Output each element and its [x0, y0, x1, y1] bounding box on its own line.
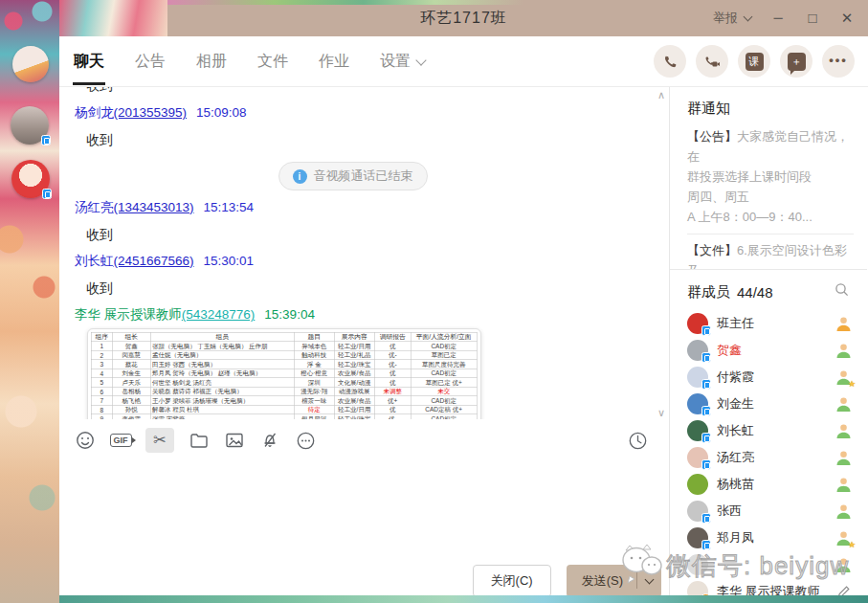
- tab-6[interactable]: 设置: [379, 38, 426, 85]
- sender-name[interactable]: 刘长虹: [75, 253, 114, 270]
- recent-chat-avatar[interactable]: [12, 46, 49, 82]
- tab-label: 相册: [196, 52, 227, 72]
- report-button[interactable]: 举报: [713, 10, 751, 27]
- member-name: 杨桃苗: [717, 476, 754, 493]
- member-avatar: [687, 367, 708, 388]
- gif-icon[interactable]: GIF: [110, 430, 131, 451]
- screenshot-icon[interactable]: ✂: [145, 428, 174, 453]
- chevron-down-icon: [744, 12, 753, 22]
- members-count: 44/48: [737, 284, 773, 301]
- tab-5[interactable]: 作业: [318, 38, 350, 85]
- image-message[interactable]: 组序组长组员题目展示内容调研报告平面/人流分析/立面1贺鑫张甜（无电脑） 丁玉娟…: [87, 328, 481, 419]
- group-notice-panel[interactable]: 群通知 【公告】大家感觉自己情况，在群投票选择上课时间段周四、周五A 上午8：0…: [670, 87, 867, 270]
- emoji-icon[interactable]: [75, 430, 96, 451]
- member-name: 汤红亮: [717, 449, 754, 466]
- minimize-button[interactable]: ─: [770, 11, 786, 26]
- report-label: 举报: [713, 10, 738, 27]
- recent-chat-avatar[interactable]: [11, 160, 50, 198]
- search-members-button[interactable]: [835, 282, 850, 302]
- notice-text: A 上午8：00—9：40...: [687, 210, 812, 224]
- background-app-strip: [0, 0, 59, 603]
- tab-3[interactable]: 相册: [195, 38, 228, 85]
- member-row[interactable]: 刘金生: [687, 391, 854, 417]
- more-tools-icon[interactable]: [295, 430, 316, 451]
- sender-uid-link[interactable]: (201355395): [114, 105, 188, 120]
- close-button[interactable]: ✕: [839, 11, 855, 26]
- message-sender: 汤红亮(1343453013)15:13:54: [75, 199, 669, 216]
- tab-4[interactable]: 文件: [256, 38, 289, 85]
- system-message: i音视频通话已结束: [75, 162, 631, 190]
- member-level-icon: [835, 316, 852, 332]
- member-name: 贺鑫: [717, 342, 742, 359]
- skin-art-strip: [167, 0, 523, 5]
- member-row[interactable]: 刘长虹: [687, 417, 854, 444]
- collapse-down-icon[interactable]: ∨: [657, 408, 665, 418]
- member-level-icon: [835, 557, 852, 573]
- chevron-down-icon: [415, 55, 426, 65]
- class-button[interactable]: 课: [738, 45, 770, 78]
- member-row[interactable]: 贺鑫: [687, 337, 854, 364]
- message-history-icon[interactable]: [627, 430, 648, 451]
- member-row[interactable]: [687, 551, 854, 578]
- member-avatar: [687, 527, 708, 548]
- member-level-icon: ★: [835, 369, 852, 386]
- notice-text: 群投票选择上课时间段: [687, 169, 812, 184]
- voice-call-button[interactable]: [654, 45, 686, 78]
- folder-icon[interactable]: [189, 430, 210, 451]
- call-ended-pill: i音视频通话已结束: [278, 162, 428, 190]
- sender-uid-link[interactable]: (1343453013): [114, 200, 194, 214]
- member-name: 班主任: [717, 315, 754, 332]
- collapse-up-icon[interactable]: ∧: [657, 90, 665, 100]
- video-call-button[interactable]: [696, 45, 728, 78]
- member-row[interactable]: 付紫霞★: [687, 364, 854, 391]
- more-button[interactable]: •••: [822, 45, 855, 78]
- members-title: 群成员: [687, 283, 730, 302]
- member-row[interactable]: 郑月凤★: [687, 525, 854, 551]
- sender-name[interactable]: 李华 展示授课教师: [75, 306, 182, 324]
- member-row[interactable]: 杨桃苗: [687, 471, 854, 498]
- member-level-icon: [835, 423, 852, 439]
- star-icon: ★: [848, 540, 856, 549]
- group-notice-title: 群通知: [687, 100, 854, 118]
- message-time: 15:13:54: [204, 200, 255, 214]
- member-level-icon: ★: [835, 530, 852, 547]
- titlebar[interactable]: 环艺1717班 举报 ─ □ ✕: [59, 0, 868, 36]
- send-button[interactable]: 发送(S): [567, 565, 661, 597]
- member-level-icon: [835, 503, 852, 520]
- message-text: 收到: [86, 280, 669, 298]
- chat-window: 环艺1717班 举报 ─ □ ✕ 聊天公告相册文件作业设置 课 ＋ •••: [59, 0, 868, 603]
- pill-text: 音视频通话已结束: [314, 168, 413, 185]
- tab-2[interactable]: 公告: [134, 38, 167, 85]
- message-list[interactable]: 收到 杨剑龙(201355395)15:09:08收到i音视频通话已结束汤红亮(…: [59, 87, 669, 419]
- sender-uid-link[interactable]: (543248776): [182, 307, 256, 322]
- member-level-icon: [835, 396, 852, 413]
- sender-uid-link[interactable]: (2451667566): [114, 254, 194, 268]
- send-options-button[interactable]: [637, 579, 661, 583]
- tab-label: 聊天: [74, 52, 104, 72]
- image-icon[interactable]: [224, 430, 245, 451]
- shake-icon[interactable]: [259, 430, 280, 451]
- member-row[interactable]: 班主任: [687, 310, 854, 337]
- tab-label: 公告: [135, 52, 166, 72]
- recent-chat-avatar[interactable]: [11, 106, 49, 145]
- message-input[interactable]: [59, 461, 669, 558]
- tab-1[interactable]: 聊天: [73, 38, 105, 85]
- sender-name[interactable]: 杨剑龙: [75, 104, 114, 122]
- group-post-button[interactable]: ＋: [780, 45, 812, 78]
- notice-line: 周四、周五: [687, 187, 854, 207]
- sender-name[interactable]: 汤红亮: [75, 199, 114, 216]
- member-row[interactable]: 汤红亮: [687, 444, 854, 471]
- group-members-panel: 群成员 44/48 班主任贺鑫付紫霞★刘金生刘长虹汤红亮杨桃苗张西郑月凤★李华 …: [670, 270, 867, 603]
- message-time: 15:39:04: [264, 307, 315, 322]
- group-sidebar: 群通知 【公告】大家感觉自己情况，在群投票选择上课时间段周四、周五A 上午8：0…: [669, 87, 867, 603]
- message-sender: 李华 展示授课教师(543248776)15:39:04: [75, 306, 669, 324]
- member-avatar: [687, 393, 708, 414]
- background-window-edge: [59, 595, 868, 603]
- member-row[interactable]: 张西: [687, 498, 854, 525]
- message-time: 15:30:01: [204, 254, 255, 268]
- maximize-button[interactable]: □: [805, 11, 820, 26]
- send-label: 发送(S): [567, 565, 636, 597]
- member-avatar: [687, 340, 708, 361]
- group-post-icon: ＋: [788, 53, 806, 71]
- close-chat-button[interactable]: 关闭(C): [473, 565, 551, 597]
